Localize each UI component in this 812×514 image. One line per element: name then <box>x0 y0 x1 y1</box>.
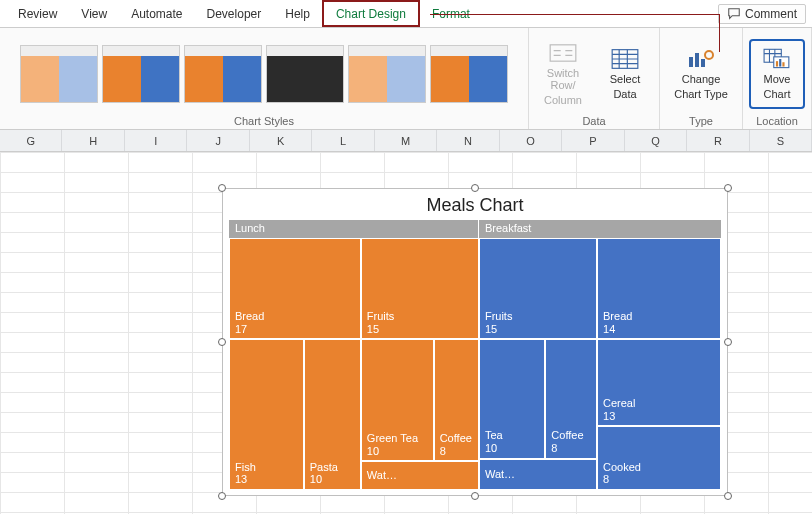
group-chart-styles: Chart Styles <box>0 28 529 129</box>
group-label-type: Type <box>666 113 736 127</box>
comments-label: Comment <box>745 7 797 21</box>
tm-label: Pasta <box>310 461 355 474</box>
col-header[interactable]: N <box>437 130 499 151</box>
treemap-plot[interactable]: Bread 17 Fish 13 Pasta 10 Fruits 15 Gree… <box>229 238 721 490</box>
resize-handle[interactable] <box>218 184 226 192</box>
tm-bf-bread[interactable]: Bread 14 <box>597 238 721 339</box>
tm-value: 15 <box>485 323 591 336</box>
svg-rect-3 <box>695 53 699 67</box>
tm-bf-fruits[interactable]: Fruits 15 <box>479 238 597 339</box>
change-chart-type-button[interactable]: Change Chart Type <box>666 39 736 109</box>
ribbon: Chart Styles Switch Row/ Column Select D… <box>0 28 812 130</box>
resize-handle[interactable] <box>218 338 226 346</box>
chart-object[interactable]: Meals Chart Lunch Breakfast Bread 17 Fis… <box>222 188 728 496</box>
column-headers: G H I J K L M N O P Q R S <box>0 130 812 152</box>
switch-row-column-button: Switch Row/ Column <box>535 39 591 109</box>
svg-rect-8 <box>776 61 778 66</box>
chart-style-thumb[interactable] <box>102 45 180 103</box>
category-header-breakfast: Breakfast <box>479 220 721 238</box>
tm-bf-tea[interactable]: Tea 10 <box>479 339 545 458</box>
col-header[interactable]: S <box>750 130 812 151</box>
resize-handle[interactable] <box>471 492 479 500</box>
resize-handle[interactable] <box>724 338 732 346</box>
move-chart-button[interactable]: Move Chart <box>749 39 805 109</box>
resize-handle[interactable] <box>724 184 732 192</box>
group-data: Switch Row/ Column Select Data Data <box>529 28 660 129</box>
col-header[interactable]: M <box>375 130 437 151</box>
chart-styles-gallery[interactable] <box>20 45 508 103</box>
worksheet-area[interactable]: G H I J K L M N O P Q R S Meals Chart Lu… <box>0 130 812 514</box>
tab-view[interactable]: View <box>69 0 119 27</box>
tm-label: Fruits <box>485 310 591 323</box>
group-label-data: Data <box>535 113 653 127</box>
tm-label: Bread <box>235 310 355 323</box>
group-label-location: Location <box>749 113 805 127</box>
chart-style-thumb[interactable] <box>266 45 344 103</box>
resize-handle[interactable] <box>218 492 226 500</box>
tm-value: 8 <box>440 445 473 458</box>
category-header-lunch: Lunch <box>229 220 479 238</box>
tm-value: 15 <box>367 323 473 336</box>
svg-point-5 <box>705 51 713 59</box>
btn-label: Move <box>764 73 791 86</box>
chart-style-thumb[interactable] <box>184 45 262 103</box>
change-type-icon <box>687 47 715 71</box>
chart-title[interactable]: Meals Chart <box>223 189 727 220</box>
col-header[interactable]: G <box>0 130 62 151</box>
col-header[interactable]: H <box>62 130 124 151</box>
tm-lunch-pasta[interactable]: Pasta 10 <box>304 339 361 490</box>
resize-handle[interactable] <box>724 492 732 500</box>
select-data-icon <box>611 47 639 71</box>
tm-lunch-fruits[interactable]: Fruits 15 <box>361 238 479 339</box>
tm-value: 14 <box>603 323 715 336</box>
col-header[interactable]: Q <box>625 130 687 151</box>
tab-help[interactable]: Help <box>273 0 322 27</box>
svg-rect-4 <box>701 59 705 67</box>
tab-developer[interactable]: Developer <box>195 0 274 27</box>
tm-label: Bread <box>603 310 715 323</box>
tab-chart-design[interactable]: Chart Design <box>322 0 420 27</box>
tm-lunch-bread[interactable]: Bread 17 <box>229 238 361 339</box>
comment-icon <box>727 7 741 21</box>
col-header[interactable]: O <box>500 130 562 151</box>
chart-style-thumb[interactable] <box>20 45 98 103</box>
comments-button[interactable]: Comment <box>718 4 806 24</box>
col-header[interactable]: K <box>250 130 312 151</box>
btn-label: Change <box>682 73 721 86</box>
tm-lunch-greentea[interactable]: Green Tea 10 <box>361 339 434 461</box>
tm-label: Fruits <box>367 310 473 323</box>
btn-label: Chart Type <box>674 88 728 101</box>
col-header[interactable]: R <box>687 130 749 151</box>
resize-handle[interactable] <box>471 184 479 192</box>
tm-lunch-coffee[interactable]: Coffee 8 <box>434 339 479 461</box>
chart-style-thumb[interactable] <box>348 45 426 103</box>
tm-label: Wat… <box>367 469 473 482</box>
move-chart-icon <box>763 47 791 71</box>
tab-review[interactable]: Review <box>6 0 69 27</box>
col-header[interactable]: L <box>312 130 374 151</box>
tab-format[interactable]: Format <box>420 0 482 27</box>
col-header[interactable]: I <box>125 130 187 151</box>
select-data-button[interactable]: Select Data <box>597 39 653 109</box>
svg-rect-9 <box>779 59 781 67</box>
tm-label: Tea <box>485 429 539 442</box>
tm-value: 10 <box>310 473 355 486</box>
tm-lunch-fish[interactable]: Fish 13 <box>229 339 304 490</box>
tm-label: Wat… <box>485 468 591 481</box>
tm-value: 13 <box>235 473 298 486</box>
tm-lunch-water[interactable]: Wat… <box>361 461 479 490</box>
btn-label: Chart <box>764 88 791 101</box>
col-header[interactable]: J <box>187 130 249 151</box>
tm-bf-coffee[interactable]: Coffee 8 <box>545 339 597 458</box>
tab-automate[interactable]: Automate <box>119 0 194 27</box>
tm-label: Green Tea <box>367 432 428 445</box>
chart-style-thumb[interactable] <box>430 45 508 103</box>
tm-value: 17 <box>235 323 355 336</box>
tm-label: Coffee <box>440 432 473 445</box>
tm-bf-cereal[interactable]: Cereal 13 <box>597 339 721 426</box>
tm-bf-water[interactable]: Wat… <box>479 459 597 490</box>
tm-bf-cooked[interactable]: Cooked 8 <box>597 426 721 490</box>
tm-value: 8 <box>603 473 715 486</box>
group-type: Change Chart Type Type <box>660 28 743 129</box>
col-header[interactable]: P <box>562 130 624 151</box>
